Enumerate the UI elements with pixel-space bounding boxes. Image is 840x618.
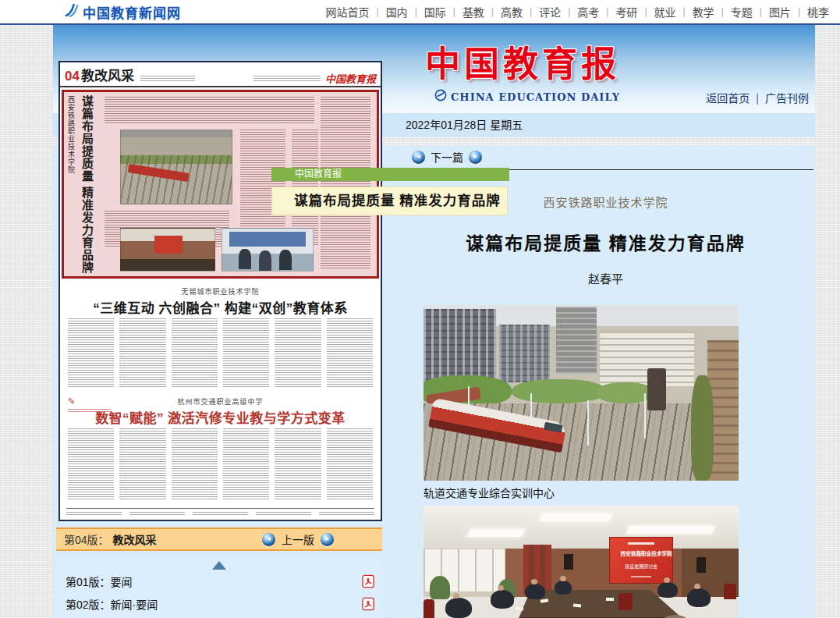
page-list-label[interactable]: 第02版：新闻·要闻 (66, 596, 158, 612)
footer-microtext (193, 512, 248, 516)
nav-separator: | (798, 6, 800, 17)
newspaper-page-thumbnail[interactable]: 04 教改风采 中国教育报 西安铁路职业技术学院 谋篇布局提质量 精准发力育品牌 (58, 61, 382, 521)
newspaper-article-3: ✎ 杭州市交通职业高级中学 数智“赋能” 激活汽修专业教与学方式变革 (60, 396, 381, 500)
topnav-item-comment[interactable]: 评论 (539, 4, 561, 20)
site-logo-text: 中国教育新闻网 (83, 2, 181, 22)
body-microtext (68, 428, 114, 500)
prev-page-label[interactable]: 上一版 (282, 531, 314, 547)
art-plant (430, 576, 450, 599)
thumb-meeting-photo (120, 228, 215, 272)
headline-phrase-2: 精准发力育品牌 (80, 186, 94, 274)
art-ceiling-light (538, 513, 613, 521)
screen-logo-line (628, 542, 654, 545)
article2-headline: “三维互动 六创融合” 构建“双创”教育体系 (60, 297, 381, 313)
top-navigation: 网站首页| 国内| 国际| 基教| 高教| 评论| 高考| 考研| 就业| 教学… (326, 4, 840, 20)
headline-phrase-1: 谋篇布局提质量 (80, 95, 94, 183)
art-paper (516, 606, 524, 611)
article-tooltip: 中国教育报 谋篇布局提质量 精准发力育品牌 (271, 168, 510, 215)
art-bushes (691, 375, 713, 481)
page-list-item-02[interactable]: 第02版：新闻·要闻 (56, 592, 382, 615)
topnav-item-teaching[interactable]: 教学 (693, 4, 714, 20)
nav-separator: | (415, 6, 417, 17)
globe-prev-page-icon[interactable]: ◄ (262, 533, 275, 546)
body-microtext (119, 318, 165, 387)
art-speaker-box (696, 557, 706, 573)
body-microtext (172, 428, 218, 500)
footer-microtext (129, 512, 185, 516)
art-person (525, 584, 545, 599)
page-list-item-03-partial[interactable] (56, 615, 382, 618)
topnav-item-international[interactable]: 国际 (424, 4, 446, 20)
topnav-item-home[interactable]: 网站首页 (326, 4, 370, 20)
art-paper (606, 598, 614, 601)
screen-date-line (631, 576, 651, 577)
art-trees (512, 379, 606, 404)
newspaper-section-name: 教改风采 (81, 65, 134, 84)
newspaper-masthead-small: 中国教育报 (325, 74, 376, 84)
presentation-screen: 西安铁路职业技术学院 建设发展研讨会 (609, 537, 673, 584)
pdf-icon[interactable] (362, 574, 375, 588)
article-column: ◄ 下一篇 ► 西安铁路职业技术学院 谋篇布局提质量 精准发力育品牌 赵春平 (396, 146, 815, 618)
nav-separator: | (606, 6, 608, 17)
topnav-item-special[interactable]: 专题 (731, 4, 753, 20)
pdf-icon[interactable] (362, 597, 375, 611)
prev-page-nav: ◄ 上一版 ► (262, 531, 334, 547)
next-article-nav: ◄ 下一篇 ► (412, 149, 815, 165)
body-microtext (223, 428, 269, 500)
topnav-item-photos[interactable]: 图片 (769, 4, 791, 20)
topnav-item-gaokao[interactable]: 高考 (577, 4, 599, 20)
thumb-railway-photo (120, 130, 232, 204)
topnav-item-jobs[interactable]: 就业 (654, 4, 676, 20)
nav-separator: | (530, 6, 532, 17)
topnav-item-domestic[interactable]: 国内 (386, 4, 408, 20)
body-microtext (327, 318, 373, 387)
art-red-chair (618, 593, 633, 610)
art-person (657, 582, 678, 598)
topnav-item-basic-edu[interactable]: 基教 (463, 4, 484, 20)
page-list-item-01[interactable]: 第01版：要闻 (56, 570, 382, 592)
article-photo-meeting: 西安铁路职业技术学院 建设发展研讨会 (424, 506, 739, 618)
article2-school: 无锡城市职业技术学院 (60, 286, 381, 295)
page-list-label[interactable]: 第01版：要闻 (66, 574, 133, 589)
globe-prev-icon[interactable]: ◄ (412, 151, 425, 164)
ad-rates-link[interactable]: 广告刊例 (765, 92, 809, 105)
article3-columns (68, 428, 373, 500)
banner-links: 返回首页|广告刊例 (706, 90, 809, 105)
tooltip-article-title[interactable]: 谋篇布局提质量 精准发力育品牌 (271, 186, 508, 215)
masthead-cn-title: 中国教育报 (425, 36, 620, 87)
art-red-chair (424, 599, 434, 618)
body-microtext (119, 428, 165, 500)
masthead-en-title: CHINA EDUCATION DAILY (451, 91, 620, 103)
newspaper-header: 04 教改风采 中国教育报 (60, 62, 381, 87)
art-person (687, 588, 711, 607)
page-container: 中国教育报 CHINA EDUCATION DAILY 返回首页|广告刊例 20… (53, 25, 815, 618)
art-building (424, 309, 496, 385)
topnav-item-higher-edu[interactable]: 高教 (501, 4, 523, 20)
globe-next-icon[interactable]: ► (469, 151, 482, 164)
footer-microtext (319, 512, 374, 516)
topnav-item-kaoyan[interactable]: 考研 (615, 4, 637, 20)
pen-icon: ✎ (68, 396, 75, 406)
next-article-label[interactable]: 下一篇 (431, 149, 463, 165)
screen-title-line2: 建设发展研讨会 (622, 563, 660, 570)
topnav-item-taoli[interactable]: 桃李 (807, 4, 829, 20)
back-home-link[interactable]: 返回首页 (706, 92, 750, 105)
scroll-up-triangle-icon[interactable] (212, 561, 226, 570)
link-separator: | (756, 92, 759, 105)
article-photo-railway (424, 305, 739, 481)
body-microtext (275, 428, 321, 500)
newspaper-date-microtext (253, 76, 321, 81)
nav-separator: | (721, 6, 724, 17)
nav-separator: | (377, 6, 379, 17)
art-distant-train (647, 368, 666, 410)
art-ceiling-light (626, 526, 716, 534)
body-microtext (172, 318, 218, 387)
site-logo[interactable]: 中国教育新闻网 (62, 2, 181, 22)
art-red-chair (724, 584, 736, 599)
nav-separator: | (491, 6, 494, 17)
tooltip-source-bar: 中国教育报 (271, 168, 509, 181)
nav-separator: | (760, 6, 762, 17)
globe-next-page-icon[interactable]: ► (321, 533, 334, 546)
art-pole (644, 393, 646, 439)
art-standing-people (239, 249, 251, 269)
